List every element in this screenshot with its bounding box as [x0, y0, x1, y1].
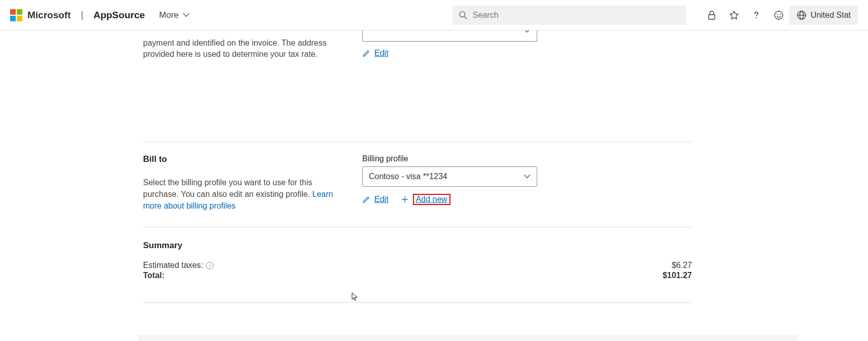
brand-divider: | — [81, 10, 84, 20]
billto-section: Bill to Select the billing profile you w… — [143, 142, 692, 227]
pencil-icon — [362, 195, 370, 203]
info-icon[interactable]: i — [206, 262, 214, 269]
region-label: United Stat — [811, 11, 851, 20]
brand-name[interactable]: Microsoft — [27, 10, 71, 21]
billto-add-new-link[interactable]: Add new — [401, 194, 450, 205]
soldto-dropdown[interactable] — [362, 30, 537, 42]
cursor-icon — [352, 292, 358, 301]
estimated-taxes-label: Estimated taxes: — [143, 261, 203, 270]
more-label: More — [159, 10, 179, 20]
lock-icon[interactable] — [706, 10, 717, 21]
total-value: $101.27 — [663, 271, 692, 280]
summary-title: Summary — [143, 241, 692, 251]
bottom-bar — [138, 335, 797, 341]
billto-add-new-label: Add new — [413, 194, 450, 205]
svg-point-6 — [780, 14, 781, 15]
chevron-down-icon — [524, 174, 531, 179]
soldto-section: payment and identified on the invoice. T… — [143, 30, 692, 76]
chevron-down-icon — [524, 30, 531, 33]
app-header: Microsoft | AppSource More United Stat — [0, 0, 868, 30]
svg-point-4 — [775, 11, 783, 19]
microsoft-logo-icon[interactable] — [10, 9, 22, 21]
search-input[interactable] — [473, 11, 680, 20]
main-content: payment and identified on the invoice. T… — [143, 30, 692, 303]
chevron-down-icon — [183, 13, 190, 18]
globe-icon — [796, 10, 807, 20]
billto-description: Select the billing profile you want to u… — [143, 177, 337, 212]
plus-icon — [401, 195, 409, 203]
svg-point-0 — [460, 11, 465, 17]
summary-section: Summary Estimated taxes: i $6.27 Total: … — [143, 227, 692, 280]
svg-point-3 — [756, 17, 757, 18]
billing-profile-label: Billing profile — [362, 154, 692, 163]
svg-point-5 — [777, 14, 778, 15]
more-button[interactable]: More — [159, 10, 190, 20]
billing-profile-value: Contoso - visa **1234 — [369, 172, 447, 181]
soldto-description: payment and identified on the invoice. T… — [143, 30, 331, 60]
total-row: Total: $101.27 — [143, 271, 692, 280]
billto-edit-link[interactable]: Edit — [362, 195, 389, 204]
pencil-icon — [362, 49, 370, 57]
region-button[interactable]: United Stat — [789, 6, 858, 25]
billto-edit-label: Edit — [374, 195, 389, 204]
total-label: Total: — [143, 271, 164, 280]
header-left: Microsoft | AppSource More — [10, 9, 190, 21]
smile-icon[interactable] — [773, 10, 784, 21]
billing-profile-dropdown[interactable]: Contoso - visa **1234 — [362, 166, 537, 187]
soldto-edit-link[interactable]: Edit — [362, 49, 389, 58]
soldto-edit-label: Edit — [374, 49, 389, 58]
header-icons — [706, 10, 784, 21]
svg-line-1 — [465, 16, 467, 19]
search-icon — [459, 11, 468, 20]
search-box[interactable] — [453, 6, 686, 25]
estimated-taxes-row: Estimated taxes: i $6.27 — [143, 261, 692, 270]
help-icon[interactable] — [751, 10, 762, 21]
estimated-taxes-value: $6.27 — [672, 261, 692, 270]
svg-rect-2 — [709, 15, 715, 19]
app-name[interactable]: AppSource — [93, 10, 145, 21]
billto-title: Bill to — [143, 154, 337, 164]
star-icon[interactable] — [728, 10, 740, 21]
